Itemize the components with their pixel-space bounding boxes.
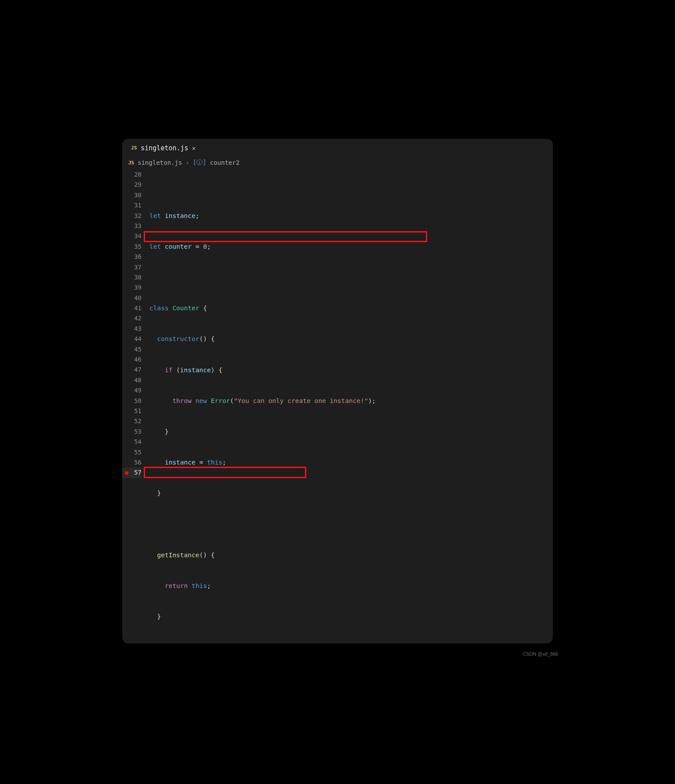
symbol-icon: [ⓘ] — [193, 159, 207, 167]
watermark: CSDN @sif_666 — [523, 651, 558, 657]
editor-window: JS singleton.js ✕ JS singleton.js › [ⓘ] … — [122, 139, 553, 643]
line-gutter[interactable]: 2829303132333435363738394041424344454647… — [122, 169, 146, 643]
code-editor[interactable]: let instance; let counter = 0; class Cou… — [146, 169, 553, 643]
close-icon[interactable]: ✕ — [192, 145, 196, 152]
code-area: 2829303132333435363738394041424344454647… — [122, 169, 553, 643]
breadcrumb[interactable]: JS singleton.js › [ⓘ] counter2 — [122, 156, 553, 169]
chevron-right-icon: › — [185, 159, 189, 166]
highlight-annotation — [144, 467, 306, 478]
highlight-annotation — [144, 231, 427, 242]
tab-singleton-js[interactable]: JS singleton.js ✕ — [127, 139, 200, 156]
breadcrumb-symbol: counter2 — [210, 159, 240, 166]
js-file-icon: JS — [128, 160, 134, 166]
tab-filename: singleton.js — [141, 144, 188, 152]
breadcrumb-file: singleton.js — [138, 159, 182, 166]
js-file-icon: JS — [131, 145, 137, 151]
tab-bar: JS singleton.js ✕ — [122, 139, 553, 156]
breakpoint-icon[interactable]: 57 — [122, 468, 142, 478]
